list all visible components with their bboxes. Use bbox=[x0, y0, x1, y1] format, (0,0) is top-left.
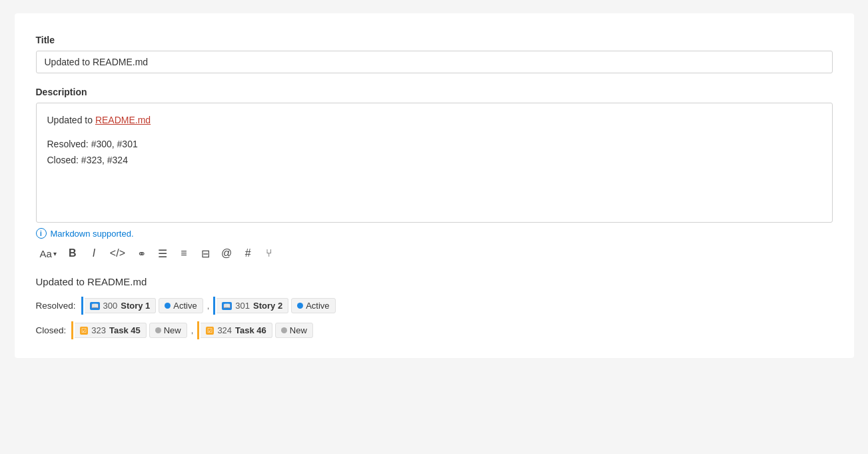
format-button[interactable]: Aa ▾ bbox=[36, 244, 61, 263]
story-icon-1: 📖 bbox=[90, 302, 100, 310]
item-id-3: 323 bbox=[91, 325, 106, 335]
task-icon-2: ☑ bbox=[206, 327, 214, 335]
item-id-1: 300 bbox=[103, 301, 118, 311]
item-name-1: Story 1 bbox=[121, 301, 150, 311]
resolved-item-2[interactable]: 📖 301 Story 2 bbox=[213, 297, 290, 315]
hashtag-icon: # bbox=[245, 247, 251, 259]
status-label-active-2: Active bbox=[306, 301, 329, 311]
italic-icon: I bbox=[93, 247, 95, 259]
unordered-list-button[interactable]: ☰ bbox=[153, 244, 172, 263]
separator-1: , bbox=[207, 301, 210, 311]
item-id-2: 301 bbox=[235, 301, 250, 311]
link-button[interactable]: ⚭ bbox=[132, 244, 151, 263]
closed-item-1[interactable]: ☑ 323 Task 45 bbox=[71, 321, 147, 339]
markdown-note: i Markdown supported. bbox=[36, 228, 833, 239]
preview-title: Updated to README.md bbox=[36, 276, 833, 287]
info-icon: i bbox=[36, 228, 47, 239]
mention-icon: @ bbox=[221, 247, 232, 259]
mention-button[interactable]: @ bbox=[217, 244, 236, 263]
title-input[interactable] bbox=[36, 51, 833, 73]
format-aa-label: Aa ▾ bbox=[40, 248, 57, 259]
task-icon-1: ☑ bbox=[80, 327, 88, 335]
status-active-1: Active bbox=[159, 298, 203, 313]
work-items-section: Resolved: 📖 300 Story 1 Active , bbox=[36, 297, 833, 339]
resolved-row: Resolved: 📖 300 Story 1 Active , bbox=[36, 297, 833, 315]
description-toolbar: Aa ▾ B I </> ⚭ ☰ ≡ ⊟ bbox=[36, 244, 833, 263]
markdown-note-text: Markdown supported. bbox=[51, 229, 134, 239]
task-list-button[interactable]: ⊟ bbox=[196, 244, 215, 263]
italic-button[interactable]: I bbox=[85, 244, 103, 263]
unordered-list-icon: ☰ bbox=[158, 247, 167, 260]
closed-row: Closed: ☑ 323 Task 45 New , bbox=[36, 321, 833, 339]
pr-button[interactable]: ⑂ bbox=[260, 244, 278, 263]
item-name-3: Task 45 bbox=[109, 325, 141, 335]
status-label-new-1: New bbox=[164, 325, 181, 335]
code-button[interactable]: </> bbox=[106, 244, 129, 263]
bold-icon: B bbox=[69, 247, 77, 259]
description-readme-link: README.md bbox=[95, 115, 151, 125]
status-active-2: Active bbox=[291, 298, 335, 313]
item-name-2: Story 2 bbox=[253, 301, 282, 311]
status-new-2: New bbox=[275, 323, 313, 338]
status-label-active-1: Active bbox=[173, 301, 197, 311]
description-label: Description bbox=[36, 87, 833, 97]
description-editor[interactable]: Updated to README.md Resolved: #300, #30… bbox=[36, 103, 833, 223]
pr-icon: ⑂ bbox=[266, 247, 272, 259]
description-closed-line: Closed: #323, #324 bbox=[47, 155, 128, 165]
item-name-4: Task 46 bbox=[235, 325, 266, 335]
bold-button[interactable]: B bbox=[63, 244, 82, 263]
status-dot-active-1 bbox=[165, 303, 171, 309]
resolved-item-1[interactable]: 📖 300 Story 1 bbox=[81, 297, 158, 315]
closed-label: Closed: bbox=[36, 325, 67, 335]
separator-2: , bbox=[191, 325, 194, 335]
description-text-prefix: Updated to bbox=[47, 115, 95, 125]
status-dot-active-2 bbox=[297, 303, 303, 309]
resolved-label: Resolved: bbox=[36, 301, 76, 311]
item-id-4: 324 bbox=[217, 325, 232, 335]
link-icon: ⚭ bbox=[137, 247, 146, 260]
status-new-1: New bbox=[149, 323, 187, 338]
code-icon: </> bbox=[110, 247, 125, 259]
ordered-list-icon: ≡ bbox=[181, 247, 187, 259]
closed-item-2[interactable]: ☑ 324 Task 46 bbox=[197, 321, 273, 339]
hashtag-button[interactable]: # bbox=[238, 244, 257, 263]
task-list-icon: ⊟ bbox=[201, 247, 210, 260]
status-dot-new-1 bbox=[155, 327, 161, 333]
status-label-new-2: New bbox=[290, 325, 307, 335]
ordered-list-button[interactable]: ≡ bbox=[175, 244, 193, 263]
status-dot-new-2 bbox=[281, 327, 287, 333]
description-resolved-line: Resolved: #300, #301 bbox=[47, 139, 138, 149]
story-icon-2: 📖 bbox=[222, 302, 232, 310]
main-container: Title Description Updated to README.md R… bbox=[15, 13, 854, 358]
title-label: Title bbox=[36, 35, 833, 45]
